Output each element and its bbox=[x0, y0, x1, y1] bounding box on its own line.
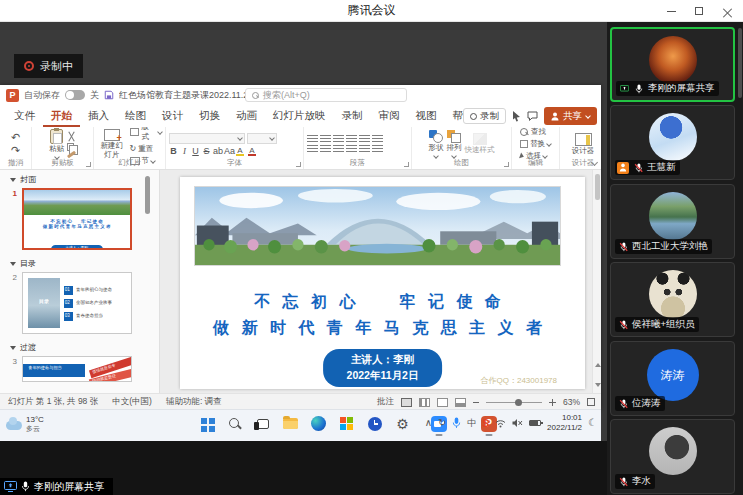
ppt-share-button[interactable]: 共享 bbox=[544, 107, 597, 125]
smartart-convert-icon[interactable] bbox=[372, 145, 383, 153]
layout-button[interactable]: 版式 bbox=[130, 127, 162, 142]
shapes-button[interactable]: 形状 bbox=[429, 130, 444, 157]
start-button[interactable] bbox=[198, 415, 215, 432]
slide-thumbnail-1[interactable]: 不 忘 初 心 牢 记 使 命 做 新 时 代 青 年 马 克 思 主 义 者 … bbox=[22, 188, 132, 250]
participant-tile[interactable]: 李水 bbox=[610, 419, 735, 494]
edge-button[interactable] bbox=[310, 415, 327, 432]
current-slide[interactable]: 不 忘 初 心 牢 记 使 命 做 新 时 代 青 年 马 克 思 主 义 者 … bbox=[180, 177, 585, 389]
ppt-record-button[interactable]: 录制 bbox=[463, 108, 506, 124]
copy-icon[interactable] bbox=[67, 143, 74, 151]
notes-button[interactable]: 批注 bbox=[377, 396, 394, 408]
tray-clock[interactable]: 10:01 2022/11/2 bbox=[547, 413, 582, 433]
designer-button[interactable]: 设计器 bbox=[572, 133, 595, 155]
taskbar-search-button[interactable] bbox=[226, 415, 243, 432]
section-toc[interactable]: 目录 bbox=[0, 254, 159, 271]
reset-button[interactable]: ↻重置 bbox=[130, 144, 162, 154]
sync-icon[interactable]: ↻ bbox=[438, 418, 446, 428]
cut-icon[interactable] bbox=[67, 132, 76, 141]
font-color-button[interactable]: A bbox=[247, 146, 257, 156]
search-box[interactable]: 搜索(Alt+Q) bbox=[245, 88, 407, 102]
tab-record[interactable]: 录制 bbox=[334, 105, 371, 127]
normal-view-icon[interactable] bbox=[401, 398, 412, 407]
store-button[interactable] bbox=[338, 415, 355, 432]
slide-thumbnail-3[interactable]: 青年的使命与担当 疫情就是命令 防控就是责任 bbox=[22, 356, 132, 382]
sidebar-scrollbar[interactable] bbox=[738, 28, 742, 98]
sogou-input-icon[interactable]: S bbox=[482, 418, 489, 429]
tab-home[interactable]: 开始 bbox=[43, 105, 80, 127]
tab-view[interactable]: 视图 bbox=[408, 105, 445, 127]
zoom-slider[interactable] bbox=[486, 402, 542, 403]
clock-app-button[interactable] bbox=[366, 415, 383, 432]
bullet-list-icon[interactable] bbox=[307, 135, 318, 143]
pointer-cursor-icon[interactable] bbox=[512, 111, 521, 122]
tab-review[interactable]: 审阅 bbox=[371, 105, 408, 127]
new-slide-button[interactable]: + 新建幻灯片 bbox=[97, 129, 127, 159]
autosave-toggle[interactable] bbox=[65, 90, 85, 100]
scrollbar-thumb[interactable] bbox=[595, 174, 600, 200]
tab-file[interactable]: 文件 bbox=[6, 105, 43, 127]
strikethrough-button[interactable]: S bbox=[202, 146, 211, 156]
slide-sorter-icon[interactable] bbox=[419, 398, 430, 407]
notification-moon-icon[interactable]: ☾ bbox=[588, 418, 597, 428]
highlight-color-button[interactable]: A bbox=[235, 146, 245, 156]
maximize-button[interactable] bbox=[685, 0, 713, 22]
tab-design[interactable]: 设计 bbox=[154, 105, 191, 127]
justify-icon[interactable] bbox=[346, 145, 357, 153]
participant-tile[interactable]: 李刚的屏幕共享 bbox=[610, 27, 735, 102]
zoom-in-icon[interactable] bbox=[549, 399, 556, 406]
undo-icon[interactable]: ↶ bbox=[11, 132, 20, 143]
tray-expand-icon[interactable]: ∧ bbox=[425, 418, 432, 428]
decrease-indent-icon[interactable] bbox=[333, 135, 344, 143]
align-center-icon[interactable] bbox=[320, 145, 331, 153]
task-view-button[interactable] bbox=[254, 415, 271, 432]
tab-draw[interactable]: 绘图 bbox=[117, 105, 154, 127]
participant-tile[interactable]: 王慧新 bbox=[610, 105, 735, 180]
settings-button[interactable]: ⚙ bbox=[394, 415, 411, 432]
zoom-out-icon[interactable] bbox=[473, 402, 479, 403]
font-size-select[interactable] bbox=[247, 133, 277, 144]
change-case-button[interactable]: Aa bbox=[224, 146, 233, 156]
underline-button[interactable]: U bbox=[191, 146, 200, 156]
close-button[interactable] bbox=[713, 0, 741, 22]
tab-transitions[interactable]: 切换 bbox=[191, 105, 228, 127]
section-transition[interactable]: 过渡 bbox=[0, 338, 159, 355]
font-name-select[interactable] bbox=[169, 133, 245, 144]
increase-indent-icon[interactable] bbox=[346, 135, 357, 143]
language-indicator[interactable]: 中文(中国) bbox=[112, 396, 152, 408]
weather-widget[interactable]: 13°C 多云 bbox=[6, 415, 44, 433]
volume-muted-icon[interactable] bbox=[512, 418, 523, 428]
panel-scrollbar[interactable] bbox=[145, 176, 150, 214]
find-button[interactable]: 查找 bbox=[520, 127, 551, 137]
battery-icon[interactable] bbox=[529, 420, 541, 426]
align-right-icon[interactable] bbox=[333, 145, 344, 153]
text-direction-icon[interactable] bbox=[372, 135, 383, 143]
quick-styles-button[interactable]: 快速样式 bbox=[465, 133, 495, 154]
italic-button[interactable]: I bbox=[180, 146, 189, 156]
align-left-icon[interactable] bbox=[307, 145, 318, 153]
participant-tile[interactable]: 西北工业大学刘艳 bbox=[610, 184, 735, 259]
file-explorer-button[interactable] bbox=[282, 415, 299, 432]
line-spacing-icon[interactable] bbox=[359, 135, 370, 143]
section-cover[interactable]: 封面 bbox=[0, 170, 159, 187]
zoom-slider-knob[interactable] bbox=[515, 399, 522, 406]
minimize-button[interactable] bbox=[657, 0, 685, 22]
fit-slide-icon[interactable] bbox=[587, 398, 595, 406]
paste-button[interactable]: 粘贴 bbox=[49, 129, 64, 158]
accessibility-status[interactable]: 辅助功能: 调查 bbox=[166, 396, 222, 408]
arrange-button[interactable]: 排列 bbox=[447, 130, 462, 157]
slide-thumbnail-2[interactable]: 目录 01 青年的初心与使命 02 全国知名产业故事 bbox=[22, 272, 132, 334]
tab-animations[interactable]: 动画 bbox=[228, 105, 265, 127]
slideshow-icon[interactable] bbox=[455, 398, 466, 407]
zoom-level[interactable]: 63% bbox=[563, 397, 580, 407]
comment-icon[interactable] bbox=[527, 111, 538, 121]
slide-scrollbar[interactable] bbox=[592, 170, 601, 393]
redo-icon[interactable]: ↷ bbox=[11, 145, 20, 156]
columns-icon[interactable] bbox=[359, 145, 370, 153]
reading-view-icon[interactable] bbox=[437, 398, 448, 407]
numbered-list-icon[interactable] bbox=[320, 135, 331, 143]
replace-button[interactable]: 替换 bbox=[520, 139, 551, 149]
previous-slide-icon[interactable] bbox=[595, 363, 601, 367]
tray-mic-icon[interactable] bbox=[452, 417, 461, 429]
tab-slideshow[interactable]: 幻灯片放映 bbox=[265, 105, 334, 127]
input-method-indicator[interactable]: 中 bbox=[467, 419, 476, 428]
